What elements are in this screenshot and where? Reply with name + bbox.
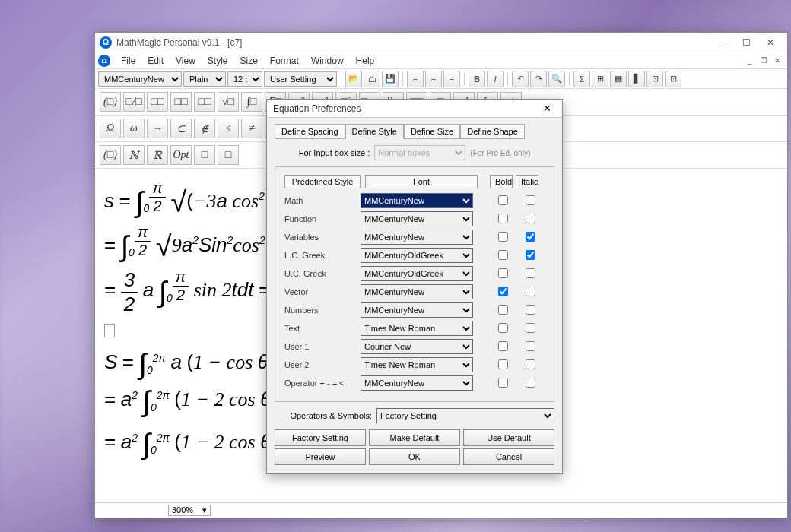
matrix-button[interactable]: ⊞ <box>592 71 608 87</box>
save-button[interactable]: 💾 <box>382 71 399 87</box>
bold-checkbox[interactable] <box>498 195 508 205</box>
bold-checkbox[interactable] <box>498 268 508 278</box>
sigma-button[interactable]: Σ <box>573 71 590 87</box>
bold-checkbox[interactable] <box>498 232 508 242</box>
style-row-font-select[interactable]: MMCenturyNew <box>361 230 473 245</box>
tab-define-style[interactable]: Define Style <box>345 124 404 139</box>
italic-checkbox[interactable] <box>526 268 535 278</box>
mdi-close-button[interactable]: ✕ <box>770 55 784 67</box>
undo-button[interactable]: ↶ <box>512 71 529 87</box>
redo-button[interactable]: ↷ <box>530 71 547 87</box>
use-default-button[interactable]: Use Default <box>463 429 554 446</box>
font-size-select[interactable]: 12 pt <box>227 71 262 87</box>
font-style-select[interactable]: Plain <box>183 71 226 87</box>
align-center-button[interactable]: ≡ <box>425 71 442 87</box>
template-btn-2[interactable]: □□ <box>147 92 168 112</box>
style-row-font-select[interactable]: MMCenturyNew <box>361 193 473 208</box>
style-row-font-select[interactable]: MMCenturyNew <box>361 302 473 318</box>
preview-button[interactable]: Preview <box>275 448 366 465</box>
italic-checkbox[interactable] <box>526 287 535 296</box>
close-button[interactable]: ✕ <box>758 34 783 51</box>
grid-button[interactable]: ▦ <box>610 71 627 87</box>
tab-define-shape[interactable]: Define Shape <box>460 124 525 139</box>
italic-checkbox[interactable] <box>526 378 535 388</box>
symbol-btn-1[interactable]: ω <box>123 119 145 138</box>
bold-button[interactable]: B <box>469 71 485 87</box>
italic-checkbox[interactable] <box>526 214 535 223</box>
zoom-button[interactable]: 🔍 <box>548 71 565 87</box>
italic-checkbox[interactable] <box>526 305 535 315</box>
style-row-font-select[interactable]: Courier New <box>361 339 473 354</box>
style-row-font-select[interactable]: Times New Roman <box>361 321 473 336</box>
align-right-button[interactable]: ≡ <box>443 71 460 87</box>
template-btn-4[interactable]: □□ <box>194 92 215 112</box>
extra-btn-5[interactable]: □ <box>218 145 239 165</box>
italic-checkbox[interactable] <box>526 359 535 369</box>
menu-file[interactable]: File <box>115 54 141 68</box>
open-button[interactable]: 📂 <box>345 71 362 87</box>
extra-btn-3[interactable]: Opt <box>170 145 192 165</box>
template-btn-6[interactable]: ∫□ <box>241 92 262 112</box>
style-row-font-select[interactable]: MMCenturyOldGreek <box>361 266 473 281</box>
color-button[interactable]: ▋ <box>628 71 645 87</box>
bold-checkbox[interactable] <box>498 341 508 351</box>
italic-checkbox[interactable] <box>526 323 535 333</box>
italic-button[interactable]: I <box>487 71 504 87</box>
menu-view[interactable]: View <box>170 54 202 68</box>
operators-symbols-select[interactable]: Factory Setting <box>376 408 554 423</box>
align-left-button[interactable]: ≡ <box>407 71 424 87</box>
tab-define-spacing[interactable]: Define Spacing <box>275 124 345 139</box>
folder-button[interactable]: 🗀 <box>364 71 380 87</box>
template-btn-1[interactable]: □/□ <box>123 92 145 112</box>
style-row-font-select[interactable]: MMCenturyNew <box>361 284 473 299</box>
font-select[interactable]: MMCenturyNew <box>98 71 182 87</box>
bold-checkbox[interactable] <box>498 305 508 315</box>
dialog-close-button[interactable]: ✕ <box>538 101 556 116</box>
factory-setting-button[interactable]: Factory Setting <box>275 429 366 446</box>
symbol-btn-6[interactable]: ≠ <box>241 119 262 138</box>
extra-btn-4[interactable]: □ <box>194 145 215 165</box>
menu-format[interactable]: Format <box>264 54 305 68</box>
app-menu-icon[interactable]: Ω <box>98 55 110 67</box>
bold-checkbox[interactable] <box>498 287 508 296</box>
menu-help[interactable]: Help <box>350 54 381 68</box>
mdi-minimize-button[interactable]: _ <box>743 55 757 67</box>
box2-button[interactable]: ⊡ <box>665 71 681 87</box>
bold-checkbox[interactable] <box>498 323 508 333</box>
placeholder-box[interactable] <box>104 324 115 337</box>
user-setting-select[interactable]: User Setting <box>264 71 337 87</box>
cancel-button[interactable]: Cancel <box>463 448 554 465</box>
minimize-button[interactable]: ─ <box>710 34 734 51</box>
bold-checkbox[interactable] <box>498 250 508 260</box>
symbol-btn-0[interactable]: Ω <box>100 119 121 138</box>
ok-button[interactable]: OK <box>369 448 460 465</box>
bold-checkbox[interactable] <box>498 378 508 388</box>
style-row-font-select[interactable]: Times New Roman <box>361 357 473 372</box>
menu-size[interactable]: Size <box>234 54 264 68</box>
symbol-btn-5[interactable]: ≤ <box>218 119 239 138</box>
menu-window[interactable]: Window <box>305 54 350 68</box>
bold-checkbox[interactable] <box>498 359 508 369</box>
extra-btn-0[interactable]: (□) <box>100 145 121 165</box>
mdi-restore-button[interactable]: ❐ <box>757 55 770 67</box>
extra-btn-1[interactable]: ℕ <box>123 145 145 165</box>
zoom-select[interactable]: 300%▾ <box>168 505 211 516</box>
box-button[interactable]: ⊡ <box>646 71 663 87</box>
menu-style[interactable]: Style <box>202 54 234 68</box>
italic-checkbox[interactable] <box>526 195 535 205</box>
template-btn-0[interactable]: (□) <box>100 92 121 112</box>
tab-define-size[interactable]: Define Size <box>404 124 460 139</box>
bold-checkbox[interactable] <box>498 214 508 223</box>
style-row-font-select[interactable]: MMCenturyNew <box>361 375 473 391</box>
italic-checkbox[interactable] <box>526 341 535 351</box>
style-row-font-select[interactable]: MMCenturyOldGreek <box>361 248 473 263</box>
template-btn-3[interactable]: □□ <box>170 92 192 112</box>
style-row-font-select[interactable]: MMCenturyNew <box>361 211 473 226</box>
italic-checkbox[interactable] <box>526 232 535 242</box>
make-default-button[interactable]: Make Default <box>369 429 460 446</box>
italic-checkbox[interactable] <box>526 250 535 260</box>
template-btn-5[interactable]: √□ <box>218 92 239 112</box>
symbol-btn-3[interactable]: ⊂ <box>170 119 192 138</box>
symbol-btn-4[interactable]: ∉ <box>194 119 215 138</box>
maximize-button[interactable]: ☐ <box>734 34 758 51</box>
